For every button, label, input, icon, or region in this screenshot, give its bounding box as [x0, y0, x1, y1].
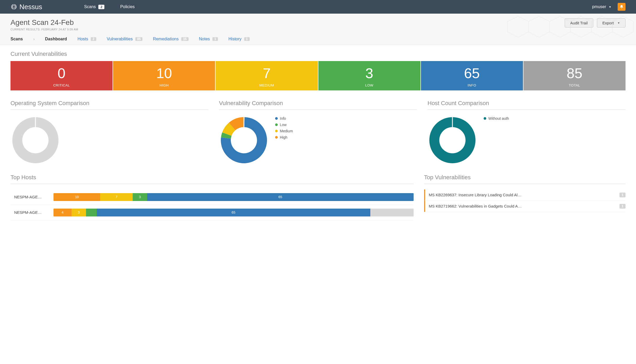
panel-top-vulns: Top Vulnerabilities MS KB2269637: Insecu…	[424, 174, 626, 220]
top-nav: Scans 2 Policies	[84, 4, 135, 9]
top-vulns-title: Top Vulnerabilities	[424, 174, 626, 184]
vuln-card-low[interactable]: 3LOW	[318, 61, 420, 90]
vuln-count: 1	[619, 193, 626, 197]
svg-rect-10	[452, 117, 453, 127]
vuln-card-total[interactable]: 85TOTAL	[523, 61, 626, 90]
export-label: Export	[602, 21, 614, 25]
bar-segment: 65	[147, 193, 414, 201]
vuln-count: 1	[619, 204, 626, 209]
notifications-button[interactable]	[618, 3, 626, 11]
card-number: 85	[523, 65, 626, 82]
user-name: pmuser	[592, 4, 606, 9]
svg-rect-8	[35, 117, 36, 127]
chevron-down-icon: ▼	[617, 21, 620, 24]
bar-segment: 3	[133, 193, 147, 201]
vuln-summary-cards: 0CRITICAL10HIGH7MEDIUM3LOW65INFO85TOTAL	[10, 61, 626, 90]
nav-scans-label: Scans	[84, 4, 96, 9]
legend-item[interactable]: High	[275, 135, 293, 139]
panel-os-title: Operating System Comparison	[10, 100, 209, 110]
user-menu[interactable]: pmuser ▼	[592, 4, 611, 9]
legend-dot-icon	[275, 136, 278, 139]
host-name: NESPM-AGE…	[10, 210, 47, 215]
vuln-row[interactable]: MS KB2719662: Vulnerabilities in Gadgets…	[424, 201, 626, 212]
card-label: TOTAL	[523, 83, 626, 87]
panel-host-title: Host Count Comparison	[427, 100, 626, 110]
vuln-text: MS KB2719662: Vulnerabilities in Gadgets…	[429, 204, 616, 208]
nav-policies[interactable]: Policies	[120, 4, 135, 9]
svg-rect-9	[244, 117, 244, 127]
host-bar: 107365	[54, 193, 414, 201]
tab-vulnerabilities[interactable]: Vulnerabilities85	[107, 37, 142, 41]
breadcrumb-scans[interactable]: Scans	[10, 37, 23, 41]
page-subtitle: CURRENT RESULTS: FEBRUARY 24 AT 9:09 AM	[10, 28, 78, 31]
audit-trail-button[interactable]: Audit Trail	[565, 18, 593, 28]
legend-label: Medium	[280, 129, 293, 133]
legend-dot-icon	[275, 123, 278, 126]
export-button[interactable]: Export ▼	[597, 18, 626, 28]
bar-segment: 65	[97, 209, 370, 216]
legend-label: Low	[280, 123, 287, 127]
vuln-legend: InfoLowMediumHigh	[275, 115, 293, 142]
vuln-card-medium[interactable]: 7MEDIUM	[216, 61, 318, 90]
legend-item[interactable]: Medium	[275, 129, 293, 133]
vuln-row[interactable]: MS KB2269637: Insecure Library Loading C…	[424, 189, 626, 201]
logo-text: Nessus	[19, 3, 42, 11]
legend-dot-icon	[484, 117, 486, 120]
nav-policies-label: Policies	[120, 4, 135, 9]
host-row[interactable]: NESPM-AGE…107365	[10, 189, 414, 205]
panel-vuln-comparison: Vulnerability Comparison InfoLowMediumHi…	[219, 100, 417, 165]
tab-history-label: History	[228, 37, 242, 41]
panel-top-hosts: Top Hosts NESPM-AGE…107365NESPM-AGE…4365	[10, 174, 414, 220]
legend-label: High	[280, 135, 287, 139]
card-label: MEDIUM	[216, 83, 318, 87]
tab-vulns-count: 85	[135, 37, 142, 41]
legend-item[interactable]: Info	[275, 116, 293, 121]
bar-segment: 4	[54, 209, 72, 216]
panel-host-count: Host Count Comparison Without auth	[427, 100, 626, 165]
breadcrumb-dashboard: Dashboard	[45, 37, 67, 41]
bar-segment	[86, 209, 97, 216]
host-legend: Without auth	[484, 115, 509, 123]
host-name: NESPM-AGE…	[10, 195, 47, 199]
tab-hosts-label: Hosts	[77, 37, 88, 41]
tab-notes[interactable]: Notes1	[199, 37, 218, 41]
tab-remediations[interactable]: Remediations15	[153, 37, 188, 41]
vuln-text: MS KB2269637: Insecure Library Loading C…	[429, 193, 616, 197]
bar-segment: 10	[54, 193, 100, 201]
card-number: 65	[421, 65, 523, 82]
card-label: LOW	[318, 83, 420, 87]
bell-icon	[619, 5, 624, 9]
card-label: HIGH	[113, 83, 215, 87]
tab-notes-label: Notes	[199, 37, 210, 41]
vuln-card-info[interactable]: 65INFO	[421, 61, 523, 90]
logo[interactable]: Nessus	[10, 3, 42, 11]
tab-hosts[interactable]: Hosts2	[77, 37, 96, 41]
legend-label: Info	[280, 116, 286, 121]
legend-dot-icon	[275, 117, 278, 120]
os-donut-chart[interactable]	[10, 115, 60, 165]
legend-item[interactable]: Without auth	[484, 116, 509, 121]
panel-os-comparison: Operating System Comparison	[10, 100, 209, 165]
card-number: 0	[10, 65, 113, 82]
legend-dot-icon	[275, 130, 278, 132]
host-donut-chart[interactable]	[427, 115, 477, 165]
tab-vulns-label: Vulnerabilities	[107, 37, 133, 41]
card-label: INFO	[421, 83, 523, 87]
page-title: Agent Scan 24-Feb	[10, 18, 78, 27]
tab-history[interactable]: History1	[228, 37, 249, 41]
vuln-card-critical[interactable]: 0CRITICAL	[10, 61, 113, 90]
vuln-card-high[interactable]: 10HIGH	[113, 61, 215, 90]
topbar: Nessus Scans 2 Policies pmuser ▼	[0, 0, 636, 14]
card-label: CRITICAL	[10, 83, 113, 87]
tab-remed-label: Remediations	[153, 37, 179, 41]
legend-item[interactable]: Low	[275, 123, 293, 127]
host-row[interactable]: NESPM-AGE…4365	[10, 205, 414, 220]
tab-history-count: 1	[244, 37, 250, 41]
page-header: Agent Scan 24-Feb CURRENT RESULTS: FEBRU…	[0, 14, 636, 45]
card-number: 7	[216, 65, 318, 82]
card-number: 10	[113, 65, 215, 82]
vuln-donut-chart[interactable]	[219, 115, 269, 165]
logo-icon	[10, 3, 17, 10]
nav-scans[interactable]: Scans 2	[84, 4, 105, 9]
nav-scans-badge: 2	[98, 5, 104, 9]
